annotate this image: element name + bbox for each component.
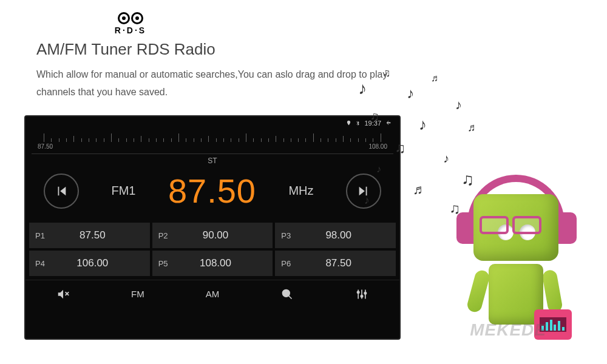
preset-grid: P1 87.50 P2 90.00 P3 98.00 P4 106.00 P5 … [25, 223, 399, 276]
preset-value: 87.50 [299, 257, 396, 269]
preset-2[interactable]: P2 90.00 [152, 223, 273, 248]
frequency-unit: MHz [288, 184, 313, 198]
bottom-toolbar: FM AM [25, 280, 399, 308]
preset-label: P2 [152, 231, 177, 240]
svg-line-3 [289, 295, 292, 298]
scale-min: 87.50 [38, 143, 53, 150]
preset-value: 90.00 [177, 229, 273, 241]
preset-1[interactable]: P1 87.50 [29, 223, 150, 248]
back-icon[interactable] [385, 120, 392, 127]
svg-point-7 [358, 291, 359, 293]
preset-value: 108.00 [177, 257, 273, 269]
rds-logo: R·D·S [103, 12, 158, 35]
preset-value: 106.00 [53, 257, 150, 269]
frequency-display: 87.50 [168, 171, 256, 211]
location-icon [346, 120, 351, 127]
search-button[interactable] [250, 280, 325, 308]
page-description: Which allow for manual or automatic sear… [36, 66, 401, 101]
preset-label: P6 [275, 259, 299, 268]
scale-max: 108.00 [368, 143, 387, 150]
band-label: FM1 [111, 184, 135, 198]
status-time: 19:37 [364, 120, 381, 127]
watermark: MEKEDE [470, 320, 546, 340]
preset-value: 87.50 [53, 229, 150, 241]
svg-point-2 [283, 289, 290, 297]
preset-label: P4 [29, 259, 53, 268]
preset-4[interactable]: P4 106.00 [29, 251, 150, 276]
mute-button[interactable] [25, 280, 100, 308]
next-station-button[interactable] [346, 174, 381, 209]
preset-label: P1 [29, 231, 53, 240]
bluetooth-icon [355, 120, 361, 127]
radio-device: 19:37 87.50 108.00 ST FM1 87. [24, 115, 401, 340]
status-bar: 19:37 [25, 116, 399, 130]
preset-label: P5 [152, 259, 177, 268]
preset-3[interactable]: P3 98.00 [275, 223, 396, 248]
svg-point-9 [365, 292, 367, 294]
preset-label: P3 [275, 231, 299, 240]
stereo-indicator: ST [25, 157, 399, 165]
svg-point-8 [361, 295, 363, 297]
prev-station-button[interactable] [44, 174, 79, 209]
preset-6[interactable]: P6 87.50 [275, 251, 396, 276]
tuner-scale[interactable]: 87.50 108.00 [32, 130, 393, 154]
rds-label: R·D·S [115, 25, 146, 35]
preset-value: 98.00 [299, 229, 396, 241]
page-title: AM/FM Tuner RDS Radio [36, 40, 607, 59]
fm-button[interactable]: FM [100, 280, 175, 308]
preset-5[interactable]: P5 108.00 [152, 251, 273, 276]
am-button[interactable]: AM [175, 280, 249, 308]
equalizer-button[interactable] [325, 280, 399, 308]
